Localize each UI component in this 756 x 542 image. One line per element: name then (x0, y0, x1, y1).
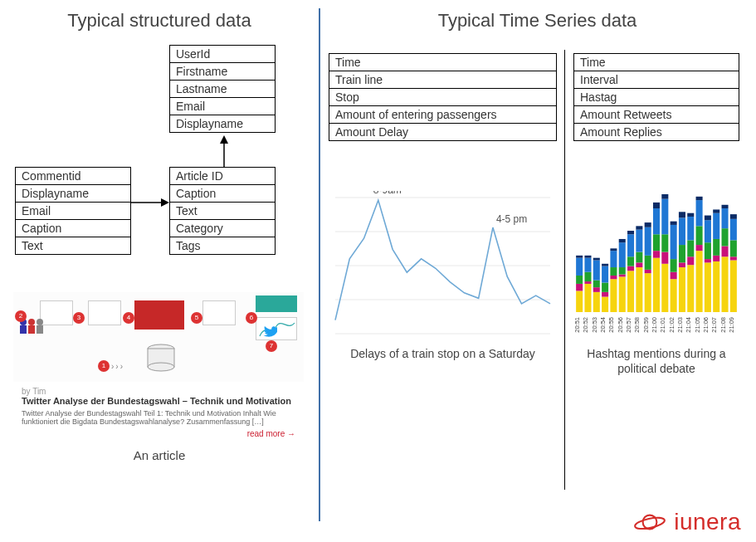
field: Category (170, 220, 275, 237)
right-title: Typical Time Series data (329, 10, 746, 32)
svg-point-135 (634, 515, 666, 531)
svg-text:21:03: 21:03 (676, 317, 684, 333)
svg-rect-7 (28, 325, 35, 334)
time-series-column: Typical Time Series data Time Train line… (315, 0, 756, 505)
planet-icon (632, 510, 667, 535)
read-more-link[interactable]: read more → (22, 429, 295, 438)
svg-rect-101 (713, 256, 719, 261)
svg-text:21:05: 21:05 (694, 317, 701, 333)
svg-marker-3 (220, 135, 228, 144)
svg-text:21:04: 21:04 (685, 317, 692, 333)
svg-text:20:52: 20:52 (582, 317, 589, 333)
divider-black (564, 50, 565, 490)
svg-rect-81 (679, 262, 685, 267)
left-title: Typical structured data (13, 10, 305, 32)
svg-rect-69 (653, 203, 660, 208)
structured-data-column: Typical structured data UserId Firstname… (0, 0, 315, 505)
divider-blue (319, 8, 320, 521)
svg-text:20:54: 20:54 (599, 317, 607, 333)
svg-rect-90 (696, 251, 703, 312)
svg-text:21:08: 21:08 (719, 317, 727, 333)
svg-text:21:09: 21:09 (728, 317, 735, 333)
svg-text:20:59: 20:59 (642, 317, 650, 333)
svg-text:21:01: 21:01 (659, 317, 666, 333)
svg-rect-54 (627, 231, 634, 234)
field: Time (329, 54, 556, 71)
svg-rect-68 (653, 208, 660, 234)
field: Text (170, 203, 275, 220)
train-caption: Delays of a train stop on a Saturday (329, 347, 557, 378)
logo-text: iunera (674, 509, 741, 535)
svg-rect-103 (713, 213, 719, 239)
svg-rect-73 (661, 199, 668, 235)
svg-rect-94 (696, 197, 703, 200)
svg-rect-39 (602, 264, 608, 266)
svg-rect-33 (593, 261, 600, 281)
svg-rect-45 (619, 276, 626, 312)
svg-rect-52 (627, 256, 634, 266)
hashtag-schema: Time Interval Hastag Amount Retweets Amo… (573, 53, 739, 141)
svg-rect-66 (653, 251, 660, 258)
svg-rect-64 (645, 222, 651, 227)
svg-rect-96 (705, 259, 711, 262)
field: Caption (16, 220, 130, 237)
svg-rect-20 (576, 291, 583, 312)
article-title: Twitter Analyse der Bundestagswahl – Tec… (22, 396, 295, 406)
svg-rect-23 (576, 258, 583, 276)
svg-rect-108 (722, 208, 729, 228)
svg-text:21:00: 21:00 (651, 317, 658, 333)
stacked-bar-chart-hashtags: 20:5120:5220:5320:5420:5520:5620:5720:58… (573, 191, 739, 340)
svg-rect-86 (687, 256, 694, 265)
svg-rect-25 (584, 284, 591, 312)
field: Hastag (574, 89, 739, 106)
svg-rect-99 (705, 216, 711, 221)
svg-rect-114 (730, 214, 737, 219)
svg-rect-100 (713, 261, 719, 312)
svg-rect-62 (645, 256, 651, 270)
svg-rect-46 (619, 275, 626, 277)
field: Commentid (16, 168, 130, 185)
svg-rect-74 (661, 194, 668, 199)
er-diagram: UserId Firstname Lastname Email Displayn… (13, 45, 305, 286)
svg-rect-27 (584, 272, 591, 281)
svg-text:20:57: 20:57 (625, 317, 632, 333)
svg-rect-26 (584, 281, 591, 284)
svg-rect-28 (584, 258, 591, 272)
svg-rect-105 (722, 256, 729, 312)
svg-rect-75 (671, 279, 677, 312)
svg-rect-44 (610, 248, 617, 251)
field: Time (574, 54, 739, 71)
svg-rect-55 (636, 267, 642, 312)
field: Caption (170, 185, 275, 203)
svg-point-8 (37, 319, 43, 325)
article-hero-image: ››› 2 3 4 5 6 7 1 (13, 292, 304, 382)
field: Stop (329, 89, 556, 106)
svg-rect-70 (661, 264, 668, 312)
field: Lastname (170, 81, 275, 98)
svg-rect-40 (610, 279, 617, 312)
svg-rect-51 (627, 266, 634, 271)
svg-rect-85 (687, 265, 694, 312)
svg-rect-104 (713, 209, 719, 212)
svg-rect-111 (730, 256, 737, 260)
svg-rect-29 (584, 256, 591, 258)
svg-rect-63 (645, 227, 651, 256)
svg-text:4-5 pm: 4-5 pm (496, 213, 527, 225)
svg-point-6 (28, 319, 35, 325)
field: Article ID (170, 168, 275, 185)
svg-rect-60 (645, 273, 651, 312)
svg-rect-113 (730, 219, 737, 241)
svg-text:20:56: 20:56 (617, 317, 624, 333)
svg-rect-67 (653, 234, 660, 251)
svg-rect-79 (671, 222, 677, 225)
svg-rect-38 (602, 266, 608, 283)
field: Tags (170, 237, 275, 254)
svg-marker-1 (161, 198, 169, 207)
svg-rect-102 (713, 239, 719, 256)
svg-rect-107 (722, 228, 729, 246)
entity-article: Article ID Caption Text Category Tags (169, 167, 276, 255)
svg-rect-34 (593, 258, 600, 261)
svg-rect-32 (593, 281, 600, 288)
arrow-article-to-user (216, 135, 232, 167)
svg-text:20:58: 20:58 (633, 317, 641, 333)
